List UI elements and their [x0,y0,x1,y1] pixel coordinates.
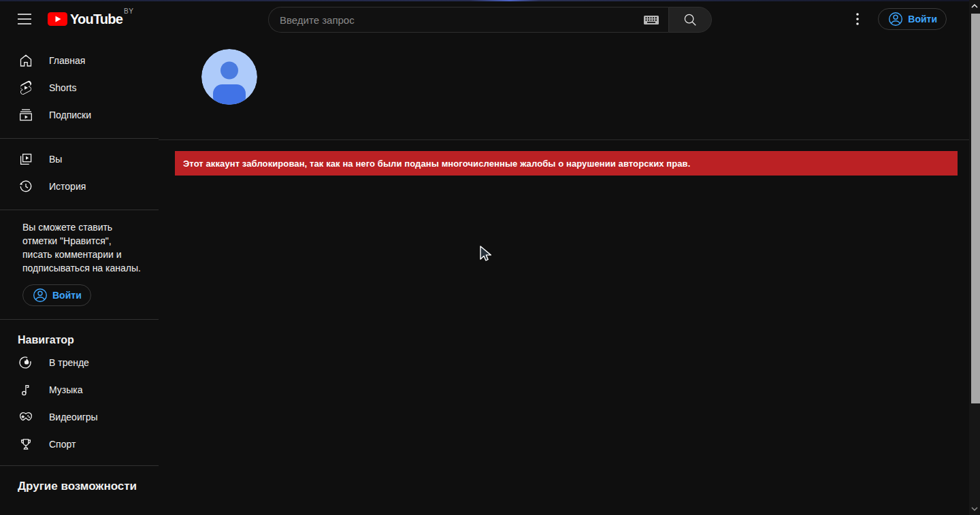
sidebar-item-home[interactable]: Главная [0,47,159,74]
sidebar-divider [0,138,159,139]
explore-section-title: Навигатор [0,333,159,347]
sidebar-item-you[interactable]: Вы [0,146,159,173]
music-icon [18,382,34,398]
more-section-title: Другие возможности [0,480,159,493]
home-icon [18,52,34,69]
signin-label: Войти [908,14,937,24]
search-bar [268,7,712,33]
sidebar-divider [0,319,159,320]
scrollbar-up-arrow-icon[interactable] [969,1,980,11]
keyboard-icon[interactable] [640,16,663,24]
sidebar-item-history[interactable]: История [0,173,159,200]
signin-promo-text: Вы сможете ставить отметки "Нравится", п… [0,210,159,275]
youtube-wordmark: YouTube [70,12,122,26]
youtube-logo[interactable]: YouTube BY [48,12,133,26]
account-terminated-banner: Этот аккаунт заблокирован, так как на не… [175,151,958,176]
search-input[interactable] [280,14,640,26]
gaming-icon [18,409,34,425]
sidebar-item-music[interactable]: Музыка [0,376,159,403]
sidebar-item-shorts[interactable]: Shorts [0,74,159,101]
subscriptions-icon [18,107,34,123]
app-header: YouTube BY [0,0,969,38]
search-icon [683,12,698,27]
kebab-icon [856,13,859,25]
scrollbar-thumb[interactable] [971,14,980,403]
scrollbar-down-arrow-icon[interactable] [969,504,980,514]
sidebar-item-trending[interactable]: В тренде [0,349,159,376]
browser-progress-line [0,0,980,1]
person-circle-icon [887,11,904,27]
sidebar-item-gaming[interactable]: Видеоигры [0,403,159,431]
channel-avatar [201,49,257,105]
hamburger-icon [17,13,32,25]
account-terminated-text: Этот аккаунт заблокирован, так как на не… [183,159,690,169]
search-button[interactable] [668,7,712,33]
page-scrollbar[interactable] [969,0,980,515]
content-divider [159,139,969,140]
shorts-icon [18,80,34,96]
signin-button[interactable]: Войти [878,8,947,30]
you-icon [18,151,34,167]
history-icon [18,178,34,195]
sports-icon [18,436,34,452]
sidebar-item-sports[interactable]: Спорт [0,431,159,458]
signin-label: Войти [52,290,82,301]
sidebar: Главная Shorts Подписки Вы [0,38,159,515]
sidebar-divider [0,465,159,466]
trending-icon [18,354,34,371]
person-circle-icon [32,287,48,303]
mouse-cursor [478,245,493,264]
hamburger-menu-button[interactable] [11,5,38,33]
youtube-play-icon [48,12,67,26]
more-options-button[interactable] [849,5,866,33]
country-code: BY [124,7,133,15]
sidebar-item-subscriptions[interactable]: Подписки [0,101,159,129]
sidebar-signin-button[interactable]: Войти [22,284,91,306]
